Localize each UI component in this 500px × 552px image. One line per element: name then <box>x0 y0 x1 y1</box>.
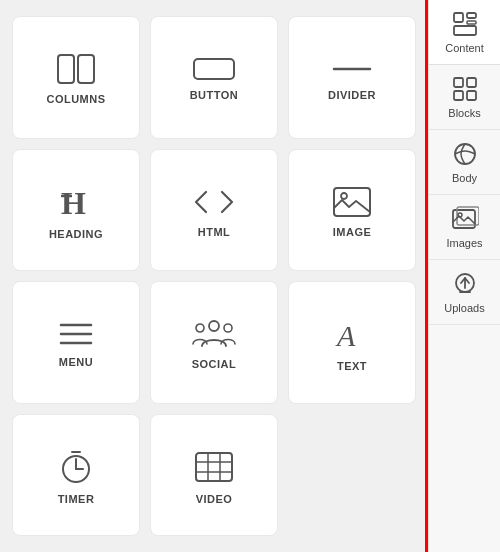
block-button[interactable]: BUTTON <box>150 16 278 139</box>
svg-rect-19 <box>196 453 232 481</box>
svg-rect-31 <box>467 91 476 100</box>
columns-icon <box>56 53 96 85</box>
svg-rect-26 <box>467 21 476 24</box>
divider-icon <box>330 57 374 81</box>
block-columns[interactable]: COLUMNS <box>12 16 140 139</box>
svg-point-7 <box>341 193 347 199</box>
uploads-icon <box>451 270 479 298</box>
columns-label: COLUMNS <box>46 93 105 105</box>
social-label: SOCIAL <box>192 358 237 370</box>
video-icon <box>194 449 234 485</box>
button-label: BUTTON <box>190 89 239 101</box>
svg-rect-28 <box>454 78 463 87</box>
uploads-label: Uploads <box>444 302 484 314</box>
block-heading[interactable]: H HEADING <box>12 149 140 272</box>
menu-icon <box>57 320 95 348</box>
blocks-label: Blocks <box>448 107 480 119</box>
svg-rect-24 <box>454 13 463 22</box>
svg-point-11 <box>209 321 219 331</box>
svg-rect-30 <box>454 91 463 100</box>
body-icon <box>451 140 479 168</box>
image-label: IMAGE <box>333 226 372 238</box>
svg-rect-29 <box>467 78 476 87</box>
images-label: Images <box>446 237 482 249</box>
image-icon <box>332 186 372 218</box>
heading-label: HEADING <box>49 228 103 240</box>
svg-rect-27 <box>454 26 476 35</box>
block-text[interactable]: A TEXT <box>288 281 416 404</box>
sidebar-item-blocks[interactable]: Blocks <box>429 65 500 130</box>
heading-icon: H <box>58 184 94 220</box>
svg-rect-2 <box>194 59 234 79</box>
divider-label: DIVIDER <box>328 89 376 101</box>
svg-point-12 <box>196 324 204 332</box>
svg-text:A: A <box>335 319 356 352</box>
svg-point-32 <box>455 144 475 164</box>
sidebar-item-body[interactable]: Body <box>429 130 500 195</box>
html-label: HTML <box>198 226 231 238</box>
block-social[interactable]: SOCIAL <box>150 281 278 404</box>
block-image[interactable]: IMAGE <box>288 149 416 272</box>
svg-rect-0 <box>58 55 74 83</box>
block-timer[interactable]: TIMER <box>12 414 140 537</box>
images-icon <box>451 205 479 233</box>
body-label: Body <box>452 172 477 184</box>
sidebar-item-uploads[interactable]: Uploads <box>429 260 500 325</box>
html-icon <box>192 186 236 218</box>
svg-rect-1 <box>78 55 94 83</box>
sidebar-item-content[interactable]: Content <box>429 0 500 65</box>
block-video[interactable]: VIDEO <box>150 414 278 537</box>
content-label: Content <box>445 42 484 54</box>
blocks-grid: COLUMNS BUTTON DIVIDER H HEADING <box>0 0 428 552</box>
text-icon: A <box>334 316 370 352</box>
text-label: TEXT <box>337 360 367 372</box>
block-html[interactable]: HTML <box>150 149 278 272</box>
social-icon <box>192 318 236 350</box>
blocks-icon <box>451 75 479 103</box>
svg-rect-25 <box>467 13 476 18</box>
button-icon <box>192 57 236 81</box>
svg-point-35 <box>458 213 462 217</box>
menu-label: MENU <box>59 356 93 368</box>
block-divider[interactable]: DIVIDER <box>288 16 416 139</box>
video-label: VIDEO <box>196 493 233 505</box>
block-menu[interactable]: MENU <box>12 281 140 404</box>
content-icon <box>451 10 479 38</box>
svg-text:H: H <box>61 185 86 220</box>
svg-point-13 <box>224 324 232 332</box>
timer-icon <box>58 449 94 485</box>
timer-label: TIMER <box>58 493 95 505</box>
sidebar: Content Blocks Body <box>428 0 500 552</box>
sidebar-item-images[interactable]: Images <box>429 195 500 260</box>
